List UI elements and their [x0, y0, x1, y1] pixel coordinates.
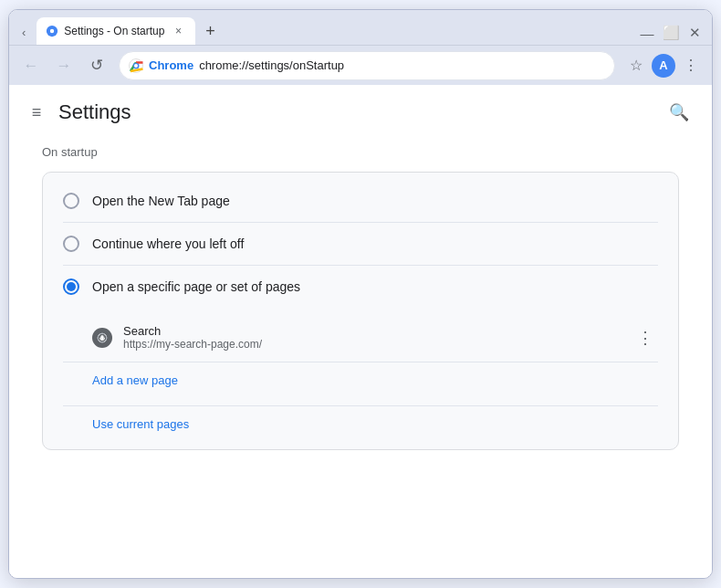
settings-page-title: Settings — [58, 100, 655, 124]
section-label: On startup — [42, 145, 679, 159]
back-icon: ← — [24, 57, 39, 75]
radio-option-specific[interactable]: Open a specific page or set of pages — [43, 266, 678, 308]
back-button[interactable]: ← — [16, 51, 46, 80]
chrome-logo-icon — [129, 58, 143, 73]
radio-circle-continue — [63, 236, 79, 252]
profile-letter: A — [659, 58, 667, 72]
page-favicon-icon — [92, 328, 112, 348]
settings-header: ≡ Settings 🔍 — [9, 85, 712, 136]
svg-point-1 — [50, 29, 54, 33]
address-brand-label: Chrome — [149, 58, 193, 72]
nav-bar: ← → ↺ Chrome chrome://settings/onStar — [9, 45, 712, 85]
bookmark-button[interactable]: ☆ — [622, 52, 650, 79]
radio-option-new-tab[interactable]: Open the New Tab page — [43, 180, 678, 222]
more-button[interactable]: ⋮ — [677, 52, 705, 79]
forward-icon: → — [57, 57, 72, 75]
refresh-icon: ↺ — [90, 56, 103, 75]
use-current-pages-link[interactable]: Use current pages — [92, 412, 658, 436]
close-button[interactable]: ✕ — [684, 26, 705, 39]
page-url: https://my-search-page.com/ — [123, 338, 622, 351]
startup-page-entry: Search https://my-search-page.com/ ⋮ — [92, 317, 658, 358]
minimize-button[interactable]: — — [637, 26, 657, 39]
forward-button[interactable]: → — [49, 51, 78, 80]
hamburger-menu-button[interactable]: ≡ — [24, 100, 49, 125]
new-tab-button[interactable]: + — [197, 18, 223, 44]
bookmark-icon: ☆ — [630, 57, 643, 74]
tab-group: ‹ Settings - On startup × + — [16, 17, 223, 45]
radio-option-continue[interactable]: Continue where you left off — [43, 223, 678, 265]
active-tab[interactable]: Settings - On startup × — [37, 17, 195, 45]
search-icon: 🔍 — [669, 102, 689, 122]
tab-close-button[interactable]: × — [170, 23, 186, 39]
add-new-page-link[interactable]: Add a new page — [92, 368, 658, 393]
maximize-button[interactable]: ⬜ — [661, 26, 681, 39]
page-menu-button[interactable]: ⋮ — [632, 325, 658, 351]
refresh-button[interactable]: ↺ — [82, 51, 111, 80]
more-vertical-icon: ⋮ — [637, 328, 653, 348]
svg-point-5 — [134, 64, 138, 68]
hamburger-icon: ≡ — [32, 103, 42, 122]
tab-label: Settings - On startup — [64, 25, 164, 37]
more-icon: ⋮ — [684, 57, 698, 74]
on-startup-section: On startup Open the New Tab page Continu… — [9, 136, 712, 468]
profile-button[interactable]: A — [652, 54, 675, 78]
radio-label-specific: Open a specific page or set of pages — [92, 279, 300, 294]
page-info: Search https://my-search-page.com/ — [123, 324, 622, 351]
radio-label-continue: Continue where you left off — [92, 236, 244, 251]
window-controls: — ⬜ ✕ — [637, 26, 705, 45]
page-content: ≡ Settings 🔍 On startup Open the New Tab… — [9, 85, 712, 578]
use-current-pages-section: Use current pages — [43, 406, 678, 449]
page-name: Search — [123, 324, 622, 338]
startup-pages-section: Search https://my-search-page.com/ ⋮ — [43, 308, 678, 362]
tab-back-arrow[interactable]: ‹ — [16, 22, 31, 43]
radio-label-new-tab: Open the New Tab page — [92, 194, 230, 208]
action-links: Add a new page — [43, 362, 678, 405]
radio-inner-dot — [67, 282, 76, 291]
title-bar: ‹ Settings - On startup × + — ⬜ ✕ — [9, 10, 712, 45]
address-bar[interactable]: Chrome chrome://settings/onStartup — [119, 51, 615, 80]
radio-circle-specific — [63, 278, 79, 295]
address-url-text: chrome://settings/onStartup — [199, 58, 605, 72]
nav-right-icons: ☆ A ⋮ — [622, 52, 705, 79]
radio-circle-new-tab — [63, 193, 79, 209]
tab-favicon-icon — [46, 25, 58, 37]
search-settings-button[interactable]: 🔍 — [664, 98, 694, 127]
startup-options-card: Open the New Tab page Continue where you… — [42, 172, 679, 450]
browser-window: ‹ Settings - On startup × + — ⬜ ✕ ← — [8, 9, 713, 579]
